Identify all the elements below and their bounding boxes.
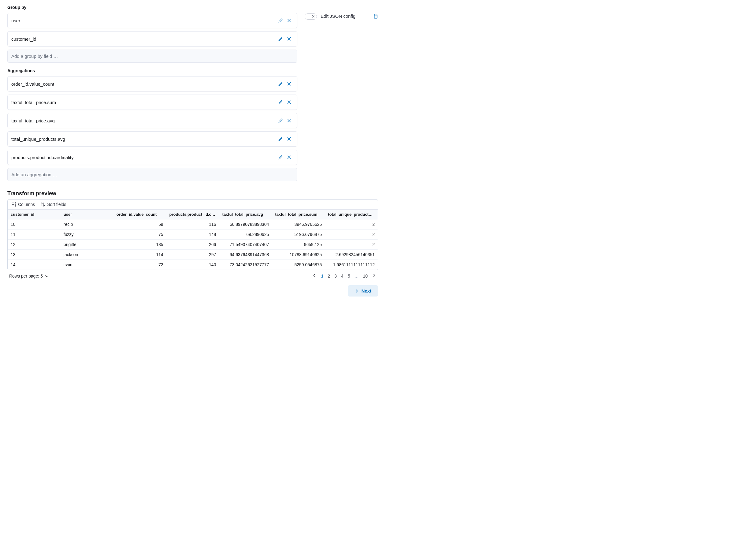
group-by-item-label: user <box>11 18 276 23</box>
column-header[interactable]: taxful_total_price.avg <box>219 210 272 219</box>
table-cell: 72 <box>114 260 166 270</box>
column-header[interactable]: order_id.value_count <box>114 210 166 219</box>
table-cell: 2 <box>325 219 378 230</box>
table-cell: irwin <box>61 260 114 270</box>
aggregation-item: taxful_total_price.sum <box>7 95 297 110</box>
table-cell: 2.692982456140351 <box>325 250 378 260</box>
close-icon[interactable] <box>285 35 293 43</box>
page-number[interactable]: 3 <box>335 274 337 278</box>
table-cell: 66.89790783898304 <box>219 219 272 230</box>
column-header[interactable]: customer_id <box>8 210 61 219</box>
close-icon[interactable] <box>285 116 293 125</box>
table-cell: 9659.125 <box>272 240 325 250</box>
table-cell: 2 <box>325 240 378 250</box>
table-cell: 116 <box>166 219 219 230</box>
close-icon[interactable] <box>285 80 293 88</box>
column-header[interactable]: user <box>61 210 114 219</box>
edit-json-label: Edit JSON config <box>321 13 369 19</box>
prev-page-button[interactable] <box>312 273 317 278</box>
table-cell: 71.54907407407407 <box>219 240 272 250</box>
aggregation-item: total_unique_products.avg <box>7 131 297 147</box>
table-cell: 75 <box>114 230 166 240</box>
aggregation-item-label: order_id.value_count <box>11 81 276 87</box>
add-group-by-placeholder: Add a group by field … <box>11 54 293 59</box>
table-row: 10recip5911666.897907838983043946.976562… <box>8 219 378 230</box>
table-cell: jackson <box>61 250 114 260</box>
rows-per-page-label: Rows per page: 5 <box>9 274 43 278</box>
group-by-item: customer_id <box>7 31 297 47</box>
table-cell: 5196.6796875 <box>272 230 325 240</box>
add-aggregation-panel[interactable]: Add an aggregation … <box>7 168 297 181</box>
table-cell: recip <box>61 219 114 230</box>
table-cell: 10788.69140625 <box>272 250 325 260</box>
preview-table: customer_iduserorder_id.value_countprodu… <box>8 210 378 270</box>
close-icon[interactable] <box>285 135 293 143</box>
close-icon[interactable] <box>285 153 293 162</box>
preview-table-container: Columns Sort fields customer_iduserorder… <box>7 199 378 270</box>
table-row: 11fuzzy7514869.28906255196.67968752 <box>8 230 378 240</box>
edit-json-switch[interactable]: ✕ <box>305 13 317 20</box>
table-cell: 10 <box>8 219 61 230</box>
table-cell: 266 <box>166 240 219 250</box>
pencil-icon[interactable] <box>276 16 285 25</box>
table-cell: 5259.0546875 <box>272 260 325 270</box>
svg-point-2 <box>15 204 16 205</box>
page-number[interactable]: 5 <box>348 274 350 278</box>
table-cell: 59 <box>114 219 166 230</box>
table-cell: 114 <box>114 250 166 260</box>
table-cell: 3946.9765625 <box>272 219 325 230</box>
page-number[interactable]: 1 <box>321 274 323 278</box>
copy-to-clipboard-button[interactable] <box>372 13 378 20</box>
page-ellipsis: … <box>354 274 359 278</box>
table-cell: 297 <box>166 250 219 260</box>
table-cell: 1.9861111111111112 <box>325 260 378 270</box>
aggregation-item-label: total_unique_products.avg <box>11 136 276 142</box>
svg-point-3 <box>15 206 16 207</box>
next-page-button[interactable] <box>372 273 376 278</box>
next-button[interactable]: Next <box>348 285 378 297</box>
pencil-icon[interactable] <box>276 98 285 106</box>
columns-button-label: Columns <box>18 202 35 207</box>
column-header[interactable]: total_unique_products.a… <box>325 210 378 219</box>
column-header[interactable]: taxful_total_price.sum <box>272 210 325 219</box>
close-icon[interactable] <box>285 98 293 106</box>
rows-per-page-selector[interactable]: Rows per page: 5 <box>9 274 49 278</box>
table-cell: fuzzy <box>61 230 114 240</box>
columns-button[interactable]: Columns <box>11 202 35 207</box>
pencil-icon[interactable] <box>276 80 285 88</box>
add-group-by-panel[interactable]: Add a group by field … <box>7 50 297 63</box>
pagination: 12345 … 10 <box>312 273 376 278</box>
close-icon[interactable] <box>285 16 293 25</box>
next-button-label: Next <box>361 288 371 293</box>
table-cell: 12 <box>8 240 61 250</box>
table-cell: 14 <box>8 260 61 270</box>
page-number[interactable]: 4 <box>341 274 344 278</box>
pencil-icon[interactable] <box>276 135 285 143</box>
table-cell: 94.63764391447368 <box>219 250 272 260</box>
group-by-item: user <box>7 13 297 28</box>
transform-preview-title: Transform preview <box>7 190 378 197</box>
page-number[interactable]: 2 <box>328 274 330 278</box>
close-icon: ✕ <box>311 14 316 19</box>
aggregation-item-label: taxful_total_price.sum <box>11 100 276 105</box>
group-by-label: Group by <box>7 5 297 10</box>
svg-point-1 <box>15 203 16 203</box>
aggregation-item: products.product_id.cardinality <box>7 150 297 165</box>
svg-rect-0 <box>374 15 377 18</box>
column-header[interactable]: products.product_id.car… <box>166 210 219 219</box>
pencil-icon[interactable] <box>276 35 285 43</box>
pencil-icon[interactable] <box>276 153 285 162</box>
table-cell: brigitte <box>61 240 114 250</box>
sort-fields-button[interactable]: Sort fields <box>40 202 66 207</box>
add-aggregation-placeholder: Add an aggregation … <box>11 172 293 177</box>
aggregation-item: taxful_total_price.avg <box>7 113 297 128</box>
pencil-icon[interactable] <box>276 116 285 125</box>
aggregation-item-label: products.product_id.cardinality <box>11 155 276 160</box>
table-row: 14irwin7214073.042426215277775259.054687… <box>8 260 378 270</box>
table-cell: 11 <box>8 230 61 240</box>
page-last[interactable]: 10 <box>363 274 368 278</box>
table-cell: 135 <box>114 240 166 250</box>
aggregation-item-label: taxful_total_price.avg <box>11 118 276 123</box>
group-by-item-label: customer_id <box>11 36 276 42</box>
sort-fields-label: Sort fields <box>47 202 66 207</box>
